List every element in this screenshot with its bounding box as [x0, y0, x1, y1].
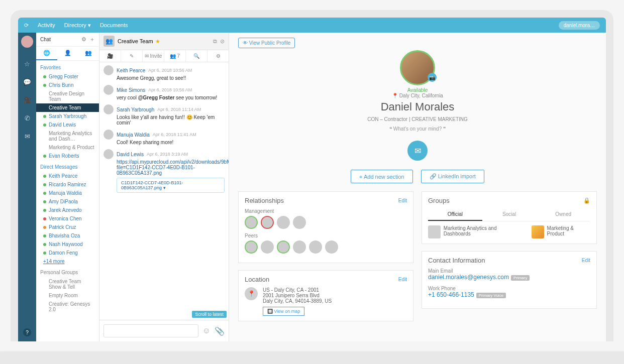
toolbar-invite[interactable]: ✉ Invite — [143, 50, 164, 62]
chat-icon[interactable]: 💬 — [22, 77, 32, 87]
manager-avatar[interactable] — [277, 216, 290, 229]
file-attachment[interactable]: C1D1F142-CCD7-4E0D-B101-0B963C05A137.png… — [117, 178, 225, 193]
group-item[interactable]: Marketing Analytics and Dashboards — [428, 225, 522, 238]
video-icon[interactable]: 🎥 — [22, 95, 32, 105]
inbox-icon[interactable]: ✉ — [22, 131, 32, 141]
sidebar-item[interactable]: Marketing & Product — [36, 143, 99, 152]
peer-avatar[interactable] — [309, 240, 322, 254]
attach-icon[interactable]: 📎 — [215, 326, 225, 336]
peers-label: Peers — [245, 233, 407, 238]
sidebar-item[interactable]: Patrick Cruz — [36, 223, 99, 231]
message-avatar[interactable] — [103, 65, 114, 75]
profile-avatar[interactable]: 📷 — [400, 50, 435, 85]
manager-avatar[interactable] — [261, 216, 274, 229]
peer-avatar[interactable] — [261, 240, 274, 254]
sidebar-item[interactable]: Ricardo Ramirez — [36, 180, 99, 189]
help-icon[interactable]: ? — [23, 328, 31, 336]
gear-icon[interactable]: ⚙ — [81, 36, 86, 43]
message-author[interactable]: Mike Simons — [117, 87, 145, 93]
tab-owned[interactable]: Owned — [536, 208, 590, 221]
sidebar-item[interactable]: Creative: Genesys 2.0 — [36, 300, 99, 314]
location-line: US - Daly City, CA - 2001 — [263, 287, 332, 293]
email-value[interactable]: daniel.morales@genesys.com — [428, 274, 509, 281]
tab-official[interactable]: Official — [428, 208, 482, 221]
presence-dot-icon — [43, 135, 46, 138]
peer-avatar[interactable] — [277, 240, 290, 254]
location-line: Daly City, CA, 94014-3889, US — [263, 298, 332, 304]
sidebar-item[interactable]: David Lewis — [36, 120, 99, 129]
group-item[interactable]: Marketing & Product — [532, 225, 590, 238]
sidebar-item[interactable]: Manuja Waldia — [36, 189, 99, 197]
subtab-globe-icon[interactable]: 🌐 — [36, 47, 57, 60]
sidebar-item[interactable]: Creative Team Show & Tell — [36, 277, 99, 291]
message-author[interactable]: Keith Pearce — [117, 68, 145, 73]
current-user-pill[interactable]: daniel.mora… — [559, 21, 600, 30]
sidebar-item[interactable]: Creative Design Team — [36, 89, 99, 103]
sidebar-item[interactable]: Creative Team — [36, 103, 99, 112]
presence-dot-icon — [43, 234, 46, 237]
sidebar-item[interactable]: Marketing Analytics and Dash… — [36, 129, 99, 143]
star-icon[interactable]: ☆ — [22, 59, 32, 69]
sidebar-item[interactable]: Damon Feng — [36, 249, 99, 257]
sidebar-item[interactable]: Empty Room — [36, 291, 99, 300]
message-avatar[interactable] — [103, 149, 114, 159]
sidebar-item[interactable]: Keith Pearce — [36, 172, 99, 180]
message-author[interactable]: Sarah Yarbrough — [117, 107, 154, 112]
view-public-button[interactable]: 👁 View Public Profile — [238, 38, 295, 48]
sidebar-item[interactable]: Gregg Foster — [36, 72, 99, 81]
nav-activity[interactable]: Activity — [38, 22, 55, 28]
peer-avatar[interactable] — [245, 240, 258, 254]
sidebar-item[interactable]: Bhavisha Oza — [36, 231, 99, 240]
message-avatar[interactable] — [103, 130, 114, 140]
manager-avatar[interactable] — [245, 216, 258, 229]
view-on-map-button[interactable]: 🔲 View on map — [263, 307, 304, 316]
email-fab-icon[interactable]: ✉ — [407, 141, 428, 161]
message-avatar[interactable] — [103, 85, 114, 95]
linkedin-import-button[interactable]: 🔗 LinkedIn import — [421, 170, 484, 183]
subtab-person-icon[interactable]: 👤 — [57, 47, 78, 60]
peer-avatar[interactable] — [293, 240, 306, 254]
popout-icon[interactable]: ⧉ — [213, 38, 217, 45]
emoji-icon[interactable]: ☺ — [202, 326, 211, 335]
sidebar-item[interactable]: Jarek Azevedo — [36, 206, 99, 214]
add-icon[interactable]: ＋ — [89, 36, 95, 43]
toolbar-people-count[interactable]: 👥 7 — [164, 50, 186, 62]
close-icon[interactable]: ⊘ — [220, 38, 225, 45]
contact-edit[interactable]: Edit — [582, 258, 590, 263]
message-link[interactable]: https://api.mypurecloud.com/api/v2/downl… — [117, 159, 229, 176]
show-more-link[interactable]: +14 more — [36, 257, 99, 266]
sidebar-item[interactable]: Veronica Chen — [36, 214, 99, 223]
toolbar-edit-icon[interactable]: ✎ — [121, 50, 143, 62]
sidebar-item[interactable]: Evan Roberts — [36, 152, 99, 160]
sidebar-item[interactable]: Sarah Yarbrough — [36, 112, 99, 120]
add-section-button[interactable]: + Add new section — [351, 170, 413, 183]
presence-dot-icon — [43, 217, 46, 220]
scroll-to-latest-button[interactable]: Scroll to latest — [192, 311, 227, 318]
message-body: Looks like y'all are having fun!! 😊 Keep… — [103, 114, 225, 126]
nav-documents[interactable]: Documents — [100, 22, 128, 28]
toolbar-video-icon[interactable]: 🎥 — [99, 50, 121, 62]
phone-icon[interactable]: ✆ — [22, 113, 32, 123]
search-icon[interactable]: 🔍 — [186, 50, 207, 62]
subtab-group-icon[interactable]: 👥 — [78, 47, 99, 60]
sidebar-item[interactable]: Nash Haywood — [36, 240, 99, 249]
phone-value[interactable]: +1 650-466-1135 — [428, 291, 474, 298]
favorite-star-icon[interactable]: ★ — [155, 38, 160, 45]
location-edit[interactable]: Edit — [398, 277, 407, 282]
message: David LewisApr 6, 2018 3:19 AMhttps://ap… — [103, 149, 225, 193]
manager-avatar[interactable] — [293, 216, 306, 229]
tab-social[interactable]: Social — [482, 208, 537, 221]
relationships-edit[interactable]: Edit — [398, 198, 407, 203]
nav-directory[interactable]: Directory ▾ — [64, 22, 91, 29]
message-author[interactable]: Manuja Waldia — [117, 132, 150, 138]
camera-icon[interactable]: 📷 — [428, 73, 437, 82]
sidebar-item[interactable]: Chris Bunn — [36, 81, 99, 89]
message-avatar[interactable] — [103, 104, 114, 114]
message-author[interactable]: David Lewis — [117, 152, 144, 157]
sidebar-item[interactable]: Amy DiPaola — [36, 197, 99, 206]
message-input[interactable] — [103, 324, 198, 337]
status-prompt[interactable]: ❝ What's on your mind? ❞ — [238, 126, 597, 132]
settings-icon[interactable]: ⚙ — [207, 50, 229, 62]
peer-avatar[interactable] — [325, 240, 338, 254]
rail-avatar[interactable] — [21, 36, 33, 48]
